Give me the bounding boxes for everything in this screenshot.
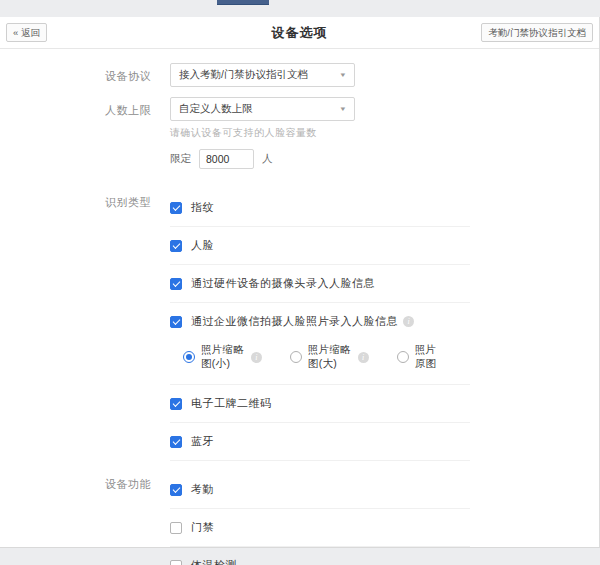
device-protocol-label: 设备协议 [105, 63, 170, 87]
access-control-label: 门禁 [191, 520, 214, 535]
face-checkbox[interactable] [170, 240, 182, 252]
hardware-camera-checkbox[interactable] [170, 278, 182, 290]
limit-count-input[interactable] [199, 149, 254, 169]
fingerprint-checkbox[interactable] [170, 202, 182, 214]
chevron-down-icon: ▼ [339, 72, 347, 78]
radio-option-thumb-large: 照片缩略图(大) i [290, 343, 369, 371]
device-functions-label: 设备功能 [105, 471, 170, 565]
fingerprint-label: 指纹 [191, 200, 214, 215]
chevron-down-icon: ▼ [339, 106, 347, 112]
original-photo-label: 照片原图 [415, 343, 442, 371]
radio-option-original: 照片原图 [397, 343, 442, 371]
photo-size-radio-group: 照片缩略图(小) i 照片缩略图(大) i 照片原图 [183, 343, 470, 371]
limit-prefix-label: 限定 [170, 152, 191, 166]
protocol-guide-doc-button[interactable]: 考勤/门禁协议指引文档 [481, 23, 593, 42]
bluetooth-label: 蓝牙 [191, 434, 214, 449]
row-temperature: 体温检测 [170, 547, 470, 565]
attendance-label: 考勤 [191, 482, 214, 497]
device-protocol-selected-value: 接入考勤/门禁协议指引文档 [179, 68, 308, 82]
field-people-limit: 人数上限 自定义人数上限 ▼ 请确认设备可支持的人脸容量数 限定 人 [105, 97, 599, 169]
wechat-photo-label: 通过企业微信拍摄人脸照片录入人脸信息 [191, 314, 398, 329]
thumb-small-label: 照片缩略图(小) [201, 343, 246, 371]
recognition-check-list: 指纹 人脸 通过硬件设备的摄像头录入人脸信息 [170, 189, 470, 461]
original-photo-radio[interactable] [397, 351, 409, 363]
functions-check-list: 考勤 门禁 体温检测 [170, 471, 470, 565]
row-hardware-camera: 通过硬件设备的摄像头录入人脸信息 [170, 265, 470, 303]
thumb-large-radio[interactable] [290, 351, 302, 363]
device-options-form: 设备协议 接入考勤/门禁协议指引文档 ▼ 人数上限 自定义人数上限 ▼ 请确认设… [0, 49, 599, 565]
row-bluetooth: 蓝牙 [170, 423, 470, 461]
people-limit-select[interactable]: 自定义人数上限 ▼ [170, 97, 355, 121]
limit-unit-label: 人 [262, 152, 273, 166]
device-options-panel: « 返回 设备选项 考勤/门禁协议指引文档 设备协议 接入考勤/门禁协议指引文档… [0, 17, 600, 548]
info-icon[interactable]: i [358, 352, 369, 363]
hardware-camera-label: 通过硬件设备的摄像头录入人脸信息 [191, 276, 375, 291]
access-control-checkbox[interactable] [170, 522, 182, 534]
info-icon[interactable]: i [251, 352, 262, 363]
field-device-functions: 设备功能 考勤 门禁 体温检测 [105, 471, 599, 565]
field-recognition-type: 识别类型 指纹 人脸 通过硬件 [105, 189, 599, 461]
thumb-small-radio[interactable] [183, 351, 195, 363]
badge-qrcode-label: 电子工牌二维码 [191, 396, 272, 411]
limit-line: 限定 人 [170, 149, 355, 169]
panel-header: « 返回 设备选项 考勤/门禁协议指引文档 [0, 17, 599, 49]
info-icon[interactable]: i [403, 316, 414, 327]
thumb-large-label: 照片缩略图(大) [308, 343, 353, 371]
row-wechat-photo: 通过企业微信拍摄人脸照片录入人脸信息 i 照片缩略图(小) i 照片缩略图(大) [170, 303, 470, 385]
wechat-photo-checkbox[interactable] [170, 316, 182, 328]
row-face: 人脸 [170, 227, 470, 265]
bluetooth-checkbox[interactable] [170, 436, 182, 448]
field-device-protocol: 设备协议 接入考勤/门禁协议指引文档 ▼ [105, 63, 599, 87]
face-label: 人脸 [191, 238, 214, 253]
row-fingerprint: 指纹 [170, 189, 470, 227]
back-button[interactable]: « 返回 [6, 23, 47, 42]
people-limit-selected-value: 自定义人数上限 [179, 102, 253, 116]
badge-qrcode-checkbox[interactable] [170, 398, 182, 410]
row-access-control: 门禁 [170, 509, 470, 547]
row-attendance: 考勤 [170, 471, 470, 509]
row-badge-qrcode: 电子工牌二维码 [170, 385, 470, 423]
top-tab-indicator [217, 0, 269, 5]
recognition-type-label: 识别类型 [105, 189, 170, 461]
temperature-label: 体温检测 [191, 558, 237, 565]
people-limit-controls: 自定义人数上限 ▼ 请确认设备可支持的人脸容量数 限定 人 [170, 97, 355, 169]
temperature-checkbox[interactable] [170, 560, 182, 565]
people-limit-hint: 请确认设备可支持的人脸容量数 [170, 126, 355, 140]
page-title: 设备选项 [272, 24, 328, 42]
people-limit-label: 人数上限 [105, 97, 170, 169]
device-protocol-select[interactable]: 接入考勤/门禁协议指引文档 ▼ [170, 63, 355, 87]
attendance-checkbox[interactable] [170, 484, 182, 496]
radio-option-thumb-small: 照片缩略图(小) i [183, 343, 262, 371]
